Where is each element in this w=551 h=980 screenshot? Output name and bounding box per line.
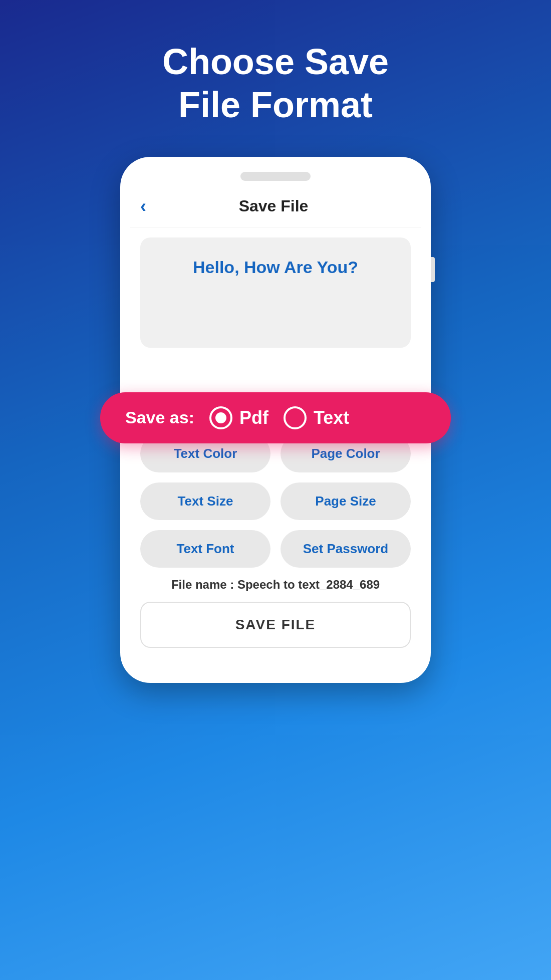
phone-side-button xyxy=(431,257,435,282)
save-as-label: Save as: xyxy=(125,408,194,427)
radio-text[interactable]: Text xyxy=(284,406,349,429)
text-preview-box: Hello, How Are You? xyxy=(140,237,411,348)
file-name-label: File name : Speech to text_2884_689 xyxy=(140,578,411,592)
radio-text-circle[interactable] xyxy=(284,406,307,429)
screen-title: Save File xyxy=(156,197,391,215)
page-title: Choose Save File Format xyxy=(162,40,389,127)
phone-mockup: ‹ Save File Hello, How Are You? Save as:… xyxy=(120,157,431,683)
set-password-button[interactable]: Set Password xyxy=(281,530,411,568)
back-button[interactable]: ‹ xyxy=(140,196,146,217)
page-size-button[interactable]: Page Size xyxy=(281,482,411,520)
radio-pdf-label: Pdf xyxy=(239,407,268,428)
text-font-button[interactable]: Text Font xyxy=(140,530,270,568)
phone-frame: ‹ Save File Hello, How Are You? Save as:… xyxy=(120,157,431,683)
app-header: ‹ Save File xyxy=(130,191,421,227)
radio-text-label: Text xyxy=(314,407,349,428)
text-preview-content: Hello, How Are You? xyxy=(155,258,396,277)
text-size-button[interactable]: Text Size xyxy=(140,482,270,520)
radio-pdf-circle[interactable] xyxy=(209,406,232,429)
options-grid: Text Color Page Color Text Size Page Siz… xyxy=(140,435,411,568)
save-as-bar: Save as: Pdf Text xyxy=(100,392,451,443)
phone-notch xyxy=(240,172,311,181)
save-file-button[interactable]: SAVE FILE xyxy=(140,602,411,648)
radio-pdf[interactable]: Pdf xyxy=(209,406,268,429)
